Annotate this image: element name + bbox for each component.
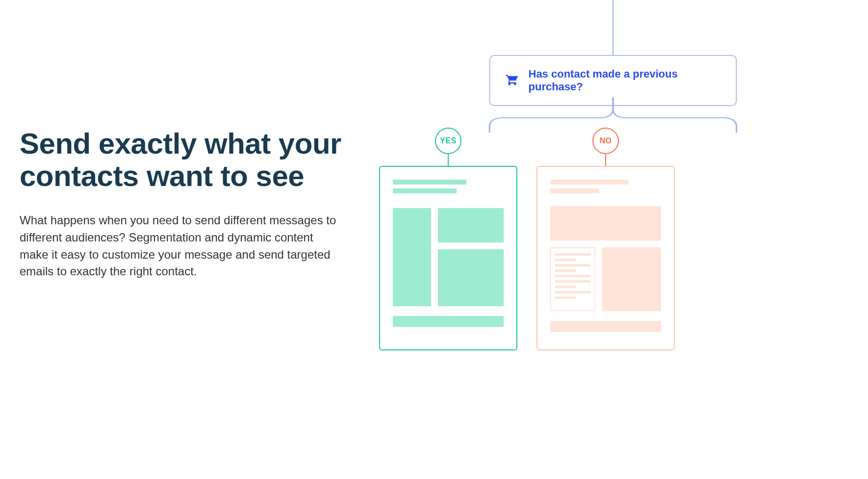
cart-icon <box>505 73 520 88</box>
condition-node: Has contact made a previous purchase? <box>489 55 737 106</box>
template-placeholder-line <box>393 188 457 193</box>
branch-yes-label: YES <box>440 136 457 145</box>
segmentation-diagram: Has contact made a previous purchase? YE… <box>378 0 848 479</box>
branch-no-label: NO <box>600 136 612 145</box>
branch-badge-no: NO <box>592 128 619 154</box>
connector-line-no <box>605 154 606 167</box>
condition-label: Has contact made a previous purchase? <box>529 68 721 93</box>
hero-heading: Send exactly what your contacts want to … <box>20 128 348 192</box>
connector-line-yes <box>448 154 449 167</box>
template-body <box>393 208 504 306</box>
page-container: Send exactly what your contacts want to … <box>0 0 868 479</box>
template-placeholder-block <box>602 247 661 311</box>
template-placeholder-block <box>393 208 431 306</box>
template-placeholder-textstack <box>550 247 595 311</box>
hero-paragraph: What happens when you need to send diffe… <box>20 212 343 280</box>
connector-line-top <box>613 0 613 55</box>
template-placeholder-block <box>438 208 504 242</box>
email-template-yes <box>379 166 517 350</box>
template-placeholder-line <box>550 180 629 185</box>
template-placeholder-line <box>550 188 599 193</box>
template-placeholder-block <box>438 249 504 306</box>
branch-badge-yes: YES <box>435 128 461 154</box>
hero-text-column: Send exactly what your contacts want to … <box>20 0 378 479</box>
template-placeholder-block <box>550 206 661 240</box>
email-template-no <box>536 166 675 350</box>
diagram-column: Has contact made a previous purchase? YE… <box>378 0 848 479</box>
template-body <box>550 206 661 311</box>
template-placeholder-line <box>393 180 466 185</box>
template-placeholder-footer <box>393 316 504 327</box>
template-placeholder-footer <box>550 321 661 332</box>
